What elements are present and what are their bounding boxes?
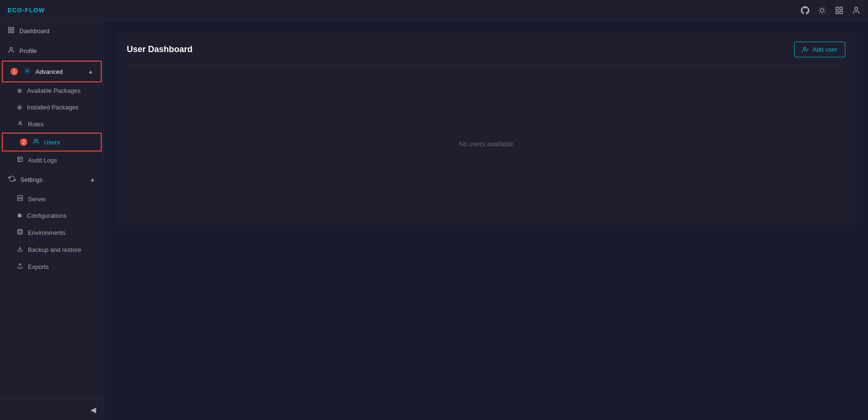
backup-restore-icon [17, 246, 23, 253]
svg-rect-16 [9, 31, 10, 33]
sidebar-item-server[interactable]: Server [0, 190, 104, 207]
topbar: ECO-FLOW [0, 0, 868, 21]
svg-point-13 [855, 7, 858, 10]
empty-state-text: No users available [459, 140, 513, 148]
svg-line-8 [824, 8, 825, 8]
svg-rect-26 [18, 199, 23, 201]
roles-icon [17, 120, 23, 128]
main-layout: Dashboard Profile 1 [0, 21, 868, 420]
svg-rect-10 [840, 7, 842, 9]
empty-state: No users available [127, 73, 845, 215]
sidebar-item-roles[interactable]: Roles [0, 116, 104, 133]
sidebar-advanced-label: Advanced [35, 68, 63, 75]
svg-rect-22 [18, 157, 23, 162]
svg-rect-17 [12, 31, 14, 33]
sidebar-item-environments[interactable]: Environments [0, 224, 104, 241]
configurations-label: Configurations [27, 212, 67, 219]
svg-rect-12 [840, 11, 842, 13]
sidebar-item-configurations[interactable]: ✱ Configurations [0, 207, 104, 224]
exports-label: Exports [28, 263, 49, 270]
sidebar-item-backup-restore[interactable]: Backup and restore [0, 241, 104, 258]
sidebar-settings-label: Settings [20, 176, 43, 183]
settings-collapse-icon: ▲ [90, 177, 95, 182]
svg-point-20 [19, 121, 21, 123]
configurations-icon: ✱ [17, 212, 22, 219]
svg-line-4 [824, 12, 825, 13]
add-user-button[interactable]: Add user [794, 42, 845, 57]
available-packages-label: Available Packages [27, 87, 80, 94]
svg-point-21 [35, 139, 36, 141]
layout-icon[interactable] [835, 6, 843, 15]
svg-rect-9 [836, 7, 838, 9]
svg-point-0 [820, 9, 824, 12]
profile-icon [8, 46, 15, 55]
topbar-actions [801, 6, 860, 15]
users-label: Users [44, 139, 60, 146]
settings-icon [9, 175, 16, 184]
backup-restore-label: Backup and restore [28, 246, 81, 253]
app-brand: ECO-FLOW [8, 7, 45, 14]
github-icon[interactable] [801, 6, 809, 15]
page-title: User Dashboard [127, 45, 193, 54]
sidebar-collapse-button[interactable]: ◀ [0, 399, 104, 420]
available-packages-icon: ⊕ [17, 87, 22, 94]
sidebar-profile-label: Profile [19, 47, 37, 54]
svg-rect-14 [9, 27, 10, 29]
svg-rect-25 [18, 196, 23, 197]
sidebar-item-profile[interactable]: Profile [0, 41, 104, 61]
advanced-collapse-icon: ▲ [88, 69, 93, 74]
svg-line-7 [819, 12, 820, 13]
svg-rect-15 [12, 27, 14, 29]
svg-rect-11 [836, 11, 838, 13]
server-icon [17, 195, 23, 203]
user-dashboard-card: User Dashboard Add user No users availab… [115, 32, 857, 224]
audit-logs-icon [17, 156, 23, 164]
server-label: Server [28, 196, 46, 203]
sidebar-section-settings[interactable]: Settings ▲ [0, 169, 104, 190]
add-user-label: Add user [813, 46, 837, 53]
installed-packages-label: Installed Packages [27, 104, 79, 111]
content-divider [127, 65, 845, 65]
environments-icon [17, 229, 23, 236]
sidebar-item-users[interactable]: 2 Users [2, 133, 102, 152]
sidebar-item-dashboard[interactable]: Dashboard [0, 21, 104, 41]
sun-icon[interactable] [818, 6, 826, 15]
audit-logs-label: Audit Logs [28, 157, 57, 164]
sidebar-section-advanced[interactable]: 1 Advanced ▲ [2, 61, 102, 82]
svg-line-3 [819, 8, 820, 8]
exports-icon [17, 263, 23, 270]
svg-rect-29 [18, 230, 23, 234]
content-area: User Dashboard Add user No users availab… [104, 21, 868, 420]
sidebar-dashboard-label: Dashboard [19, 27, 50, 35]
users-badge: 2 [20, 138, 27, 146]
svg-point-33 [804, 47, 806, 49]
svg-point-18 [10, 47, 12, 50]
users-icon [33, 138, 39, 146]
advanced-icon [24, 67, 31, 76]
sidebar-item-available-packages[interactable]: ⊕ Available Packages [0, 82, 104, 99]
installed-packages-icon: ⊕ [17, 104, 22, 111]
sidebar-item-audit-logs[interactable]: Audit Logs [0, 152, 104, 169]
collapse-icon: ◀ [90, 405, 96, 414]
sidebar: Dashboard Profile 1 [0, 21, 104, 420]
environments-label: Environments [28, 229, 65, 236]
sidebar-item-installed-packages[interactable]: ⊕ Installed Packages [0, 99, 104, 116]
sidebar-item-exports[interactable]: Exports [0, 258, 104, 275]
roles-label: Roles [28, 121, 44, 128]
content-header: User Dashboard Add user [127, 42, 845, 57]
dashboard-icon [8, 27, 15, 35]
advanced-badge: 1 [10, 68, 18, 75]
svg-rect-30 [19, 231, 21, 233]
user-icon[interactable] [852, 6, 860, 15]
svg-point-19 [26, 70, 28, 72]
